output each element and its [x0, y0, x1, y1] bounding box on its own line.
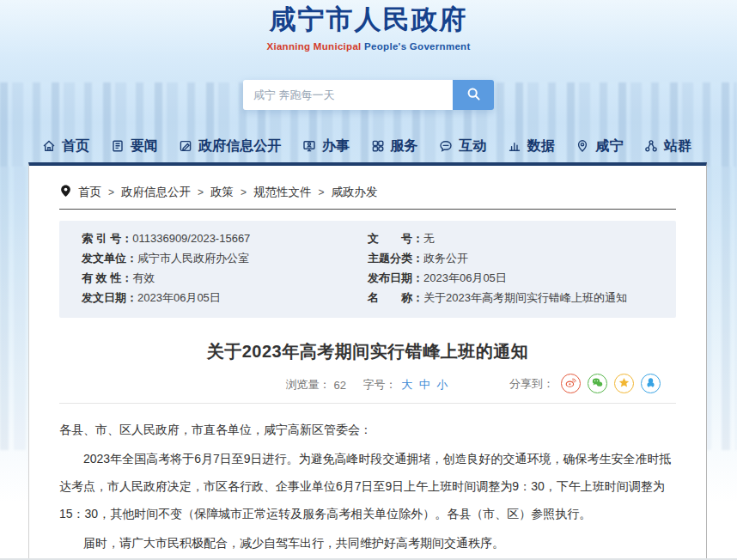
fontsize-label: 字号： [363, 378, 397, 391]
breadcrumb-link-policy[interactable]: 政策 [210, 185, 234, 200]
breadcrumb-link-normative-docs[interactable]: 规范性文件 [253, 185, 312, 200]
meta-row-index-number: 索 引 号： 011336909/2023-15667 [82, 232, 368, 246]
share-weibo-button[interactable] [561, 374, 581, 393]
qzone-star-icon [618, 377, 630, 391]
nav-label: 办事 [322, 137, 350, 155]
article-paragraph: 届时，请广大市民积极配合，减少自驾车出行，共同维护好高考期间交通秩序。 [59, 529, 676, 557]
location-pin-icon [576, 139, 589, 153]
fontsize-small-button[interactable]: 小 [436, 378, 448, 391]
breadcrumb-separator: > [241, 186, 247, 198]
nav-label: 要闻 [131, 137, 158, 155]
nav-item-xianning[interactable]: 咸宁 [576, 137, 623, 155]
meta-row-topic-category: 主题分类： 政务公开 [368, 252, 654, 265]
breadcrumb: 首页 > 政府信息公开 > 政策 > 规范性文件 > 咸政办发 [59, 184, 676, 200]
monitor-icon [302, 139, 316, 153]
nav-label: 咸宁 [595, 137, 623, 155]
breadcrumb-separator: > [198, 186, 204, 198]
meta-row-issuing-unit: 发文单位： 咸宁市人民政府办公室 [82, 252, 368, 265]
article-title: 关于2023年高考期间实行错峰上班的通知 [59, 340, 676, 363]
breadcrumb-pin-icon [59, 184, 72, 200]
site-subtitle-red: Xianning Municipal [266, 41, 361, 52]
breadcrumb-link-home[interactable]: 首页 [78, 185, 101, 200]
content-panel: 首页 > 政府信息公开 > 政策 > 规范性文件 > 咸政办发 索 引 号： 0… [28, 162, 707, 558]
doc-meta-left-column: 索 引 号： 011336909/2023-15667 发文单位： 咸宁市人民政… [82, 232, 368, 311]
edit-document-icon [179, 139, 192, 153]
article-meta-row: 浏览量： 62 字号： 大 中 小 分享到： [59, 377, 676, 404]
nav-label: 服务 [391, 137, 418, 155]
breadcrumb-link-gov-info[interactable]: 政府信息公开 [121, 185, 191, 200]
breadcrumb-separator: > [108, 186, 114, 198]
nav-item-interaction[interactable]: 互动 [439, 137, 486, 155]
nav-item-gov-info-disclosure[interactable]: 政府信息公开 [179, 137, 281, 155]
article-body: 各县、市、区人民政府，市直各单位，咸宁高新区管委会： 2023年全国高考将于6月… [59, 416, 676, 560]
search-bar [243, 80, 494, 110]
share-label: 分享到： [509, 376, 554, 392]
view-count-value: 62 [334, 379, 346, 392]
meta-row-doc-number: 文 号： 无 [368, 232, 654, 246]
chat-bubble-icon [439, 139, 453, 153]
share-bar: 分享到： [509, 374, 661, 393]
nav-label: 政府信息公开 [198, 137, 281, 155]
fontsize-large-button[interactable]: 大 [401, 378, 412, 391]
doc-meta-right-column: 文 号： 无 主题分类： 政务公开 发布日期： 2023年06月05日 名 称：… [368, 232, 654, 311]
weibo-icon [565, 377, 576, 391]
article-paragraph: 2023年全国高考将于6月7日至9日进行。为避免高峰时段交通拥堵，创造良好的交通… [59, 445, 676, 527]
wechat-icon [592, 377, 603, 391]
nav-item-site-group[interactable]: 站群 [644, 137, 691, 155]
news-icon [111, 139, 125, 153]
nav-item-news[interactable]: 要闻 [111, 137, 158, 155]
breadcrumb-link-current[interactable]: 咸政办发 [332, 185, 378, 200]
view-count: 浏览量： 62 [286, 377, 346, 393]
article-salutation: 各县、市、区人民政府，市直各单位，咸宁高新区管委会： [59, 416, 676, 443]
share-wechat-button[interactable] [588, 374, 607, 393]
bar-chart-icon [508, 139, 521, 153]
home-icon [42, 139, 56, 153]
document-meta-box: 索 引 号： 011336909/2023-15667 发文单位： 咸宁市人民政… [59, 221, 676, 318]
meta-row-publish-date: 发布日期： 2023年06月05日 [368, 271, 654, 285]
site-subtitle: Xianning Municipal People's Government [0, 41, 737, 52]
nav-label: 数据 [527, 137, 555, 155]
breadcrumb-separator: > [319, 186, 325, 198]
search-button[interactable] [453, 80, 494, 110]
site-subtitle-blue: People's Government [364, 41, 470, 52]
share-qzone-star-icon-button[interactable] [614, 374, 634, 393]
nav-item-affairs[interactable]: 办事 [302, 137, 350, 155]
nav-label: 首页 [62, 137, 89, 155]
meta-row-title: 名 称： 关于2023年高考期间实行错峰上班的通知 [368, 291, 654, 305]
site-header: 咸宁市人民政府 Xianning Municipal People's Gove… [0, 0, 737, 110]
nav-item-data[interactable]: 数据 [508, 137, 555, 155]
nav-label: 站群 [664, 137, 691, 155]
search-input[interactable] [243, 80, 453, 110]
sitemap-icon [644, 139, 658, 153]
nav-item-services[interactable]: 服务 [371, 137, 418, 155]
qq-icon [645, 377, 656, 391]
meta-row-issue-date: 发文日期： 2023年06月05日 [82, 291, 368, 305]
page: 咸宁市人民政府 Xianning Municipal People's Gove… [0, 0, 737, 560]
search-icon [466, 87, 481, 104]
nav-label: 互动 [459, 137, 486, 155]
breadcrumb-divider [59, 209, 676, 210]
main-nav: 首页 要闻 政府信息公开 [28, 131, 707, 161]
nav-item-home[interactable]: 首页 [42, 137, 89, 155]
share-qq-button[interactable] [641, 374, 661, 393]
meta-row-validity: 有 效 性： 有效 [82, 271, 368, 285]
fontsize-medium-button[interactable]: 中 [419, 378, 430, 391]
grid-icon [371, 139, 385, 153]
site-title: 咸宁市人民政府 [0, 2, 737, 38]
